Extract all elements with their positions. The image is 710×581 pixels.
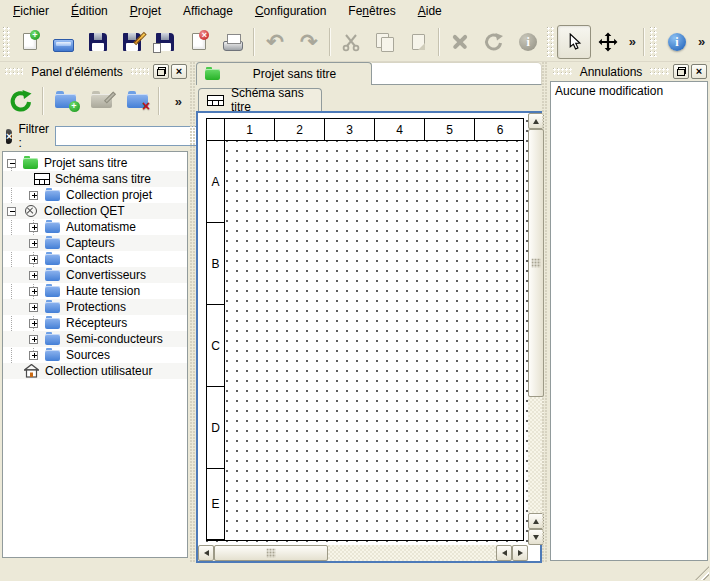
float-panel-button[interactable] (673, 64, 689, 79)
rotate-button[interactable] (477, 25, 511, 59)
cut-button[interactable] (334, 25, 368, 59)
folder-delete-icon: × (127, 94, 148, 108)
delete-category-button[interactable]: × (120, 85, 154, 117)
elements-panel-toolbar: + × » (0, 81, 190, 121)
rotate-icon (484, 32, 504, 52)
about-button[interactable] (660, 25, 694, 59)
elements-panel-titlebar[interactable]: Panel d'éléments × (0, 62, 190, 81)
save-as-button[interactable] (115, 25, 149, 59)
menu-aide[interactable]: Aide (407, 2, 453, 21)
open-project-button[interactable] (47, 25, 81, 59)
horizontal-scrollbar[interactable] (198, 545, 528, 561)
undo-button[interactable]: ↶ (258, 25, 292, 59)
scroll-left-button[interactable] (496, 545, 512, 561)
elements-panel-title: Panel d'éléments (25, 65, 129, 79)
diagram-tab-label: Schéma sans titre (231, 86, 313, 114)
undo-list-item[interactable]: Aucune modification (551, 82, 707, 100)
save-all-button[interactable] (148, 25, 182, 59)
toolbar-drag-handle[interactable] (3, 27, 11, 57)
green-folder-icon (23, 158, 38, 169)
move-arrows-icon (598, 32, 618, 52)
project-tabbar-empty (372, 62, 542, 85)
expand-icon[interactable] (29, 335, 38, 344)
scroll-left-button[interactable] (198, 545, 214, 561)
tree-item-automatisme[interactable]: Automatisme (3, 219, 187, 235)
expand-icon[interactable] (29, 271, 38, 280)
resize-grip[interactable] (695, 566, 709, 580)
blue-folder-icon (45, 270, 60, 281)
menu-edition[interactable]: Édition (60, 2, 119, 21)
expand-icon[interactable] (29, 319, 38, 328)
expand-icon[interactable] (29, 255, 38, 264)
float-panel-button[interactable] (153, 64, 169, 79)
project-tabbar: Projet sans titre (196, 62, 542, 85)
new-project-button[interactable]: + (13, 25, 47, 59)
menu-affichage[interactable]: Affichage (172, 2, 244, 21)
print-button[interactable] (216, 25, 250, 59)
tree-item-semi-conducteurs[interactable]: Semi-conducteurs (3, 331, 187, 347)
toolbar-separator (643, 28, 645, 56)
expand-icon[interactable] (29, 287, 38, 296)
delete-button[interactable] (443, 25, 477, 59)
tree-item-collection-utilisateur[interactable]: Collection utilisateur (3, 363, 187, 379)
save-button[interactable] (81, 25, 115, 59)
tree-item-collection-projet[interactable]: Collection projet (3, 187, 187, 203)
undo-icon: ↶ (266, 31, 284, 52)
toolbar-overflow-chevron[interactable]: » (625, 34, 640, 49)
column-header: 3 (325, 119, 375, 141)
tree-item-collection-qet[interactable]: Collection QET (3, 203, 187, 219)
close-file-button[interactable]: × (182, 25, 216, 59)
panel-overflow-chevron[interactable]: » (171, 94, 186, 109)
toolbar-drag-handle[interactable] (547, 27, 555, 57)
select-mode-button[interactable] (557, 25, 591, 59)
menu-fichier[interactable]: Fichier (2, 2, 60, 21)
expand-icon[interactable] (29, 303, 38, 312)
tree-item-diagram[interactable]: Schéma sans titre (3, 171, 187, 187)
expand-icon[interactable] (29, 191, 38, 200)
project-tab[interactable]: Projet sans titre (196, 62, 372, 85)
undo-panel-titlebar[interactable]: Annulations × (548, 62, 710, 81)
scroll-right-button[interactable] (512, 545, 528, 561)
close-panel-button[interactable]: × (691, 64, 707, 79)
close-panel-button[interactable]: × (171, 64, 187, 79)
edit-category-button[interactable] (84, 85, 118, 117)
tree-item-contacts[interactable]: Contacts (3, 251, 187, 267)
tree-item-sources[interactable]: Sources (3, 347, 187, 363)
horizontal-scrollbar-thumb[interactable] (214, 545, 328, 561)
vertical-scrollbar-thumb[interactable] (528, 129, 544, 397)
tree-item-capteurs[interactable]: Capteurs (3, 235, 187, 251)
toolbar-drag-handle[interactable] (650, 27, 658, 57)
tree-item-protections[interactable]: Protections (3, 299, 187, 315)
element-info-button[interactable] (511, 25, 545, 59)
tree-item-haute-tension[interactable]: Haute tension (3, 283, 187, 299)
scissors-icon (341, 32, 361, 52)
home-icon (24, 364, 39, 378)
toolbar-separator (329, 28, 331, 56)
redo-button[interactable]: ↷ (292, 25, 326, 59)
new-category-button[interactable]: + (48, 85, 82, 117)
diagram-canvas[interactable]: 1 2 3 4 5 6 A B C D E (198, 113, 528, 545)
tree-item-recepteurs[interactable]: Récepteurs (3, 315, 187, 331)
titlebar-texture (5, 68, 23, 76)
tree-item-project[interactable]: Projet sans titre (3, 155, 187, 171)
pan-mode-button[interactable] (591, 25, 625, 59)
diagram-tab[interactable]: Schéma sans titre (198, 88, 322, 111)
expand-icon[interactable] (29, 351, 38, 360)
toolbar-overflow-chevron[interactable]: » (694, 34, 709, 49)
tree-item-convertisseurs[interactable]: Convertisseurs (3, 267, 187, 283)
menu-projet[interactable]: Projet (119, 2, 172, 21)
clear-filter-icon[interactable]: × (6, 129, 12, 144)
paste-button[interactable] (402, 25, 436, 59)
titlebar-texture (553, 68, 572, 76)
collapse-icon[interactable] (7, 207, 16, 216)
reload-collections-button[interactable] (4, 85, 38, 117)
menu-fenetres[interactable]: Fenêtres (337, 2, 406, 21)
project-tab-label: Projet sans titre (226, 67, 363, 81)
menu-configuration[interactable]: Configuration (244, 2, 337, 21)
redo-icon: ↷ (300, 31, 318, 52)
expand-icon[interactable] (29, 223, 38, 232)
expand-icon[interactable] (29, 239, 38, 248)
copy-button[interactable] (368, 25, 402, 59)
collapse-icon[interactable] (7, 159, 16, 168)
blue-folder-icon (45, 222, 60, 233)
